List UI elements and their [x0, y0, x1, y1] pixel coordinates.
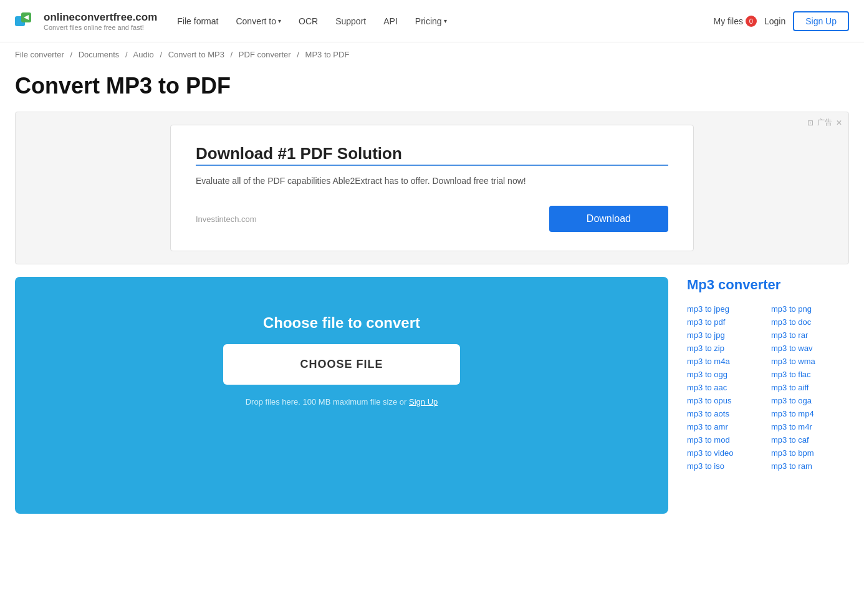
ad-options-icon[interactable]: ⊡	[807, 118, 814, 127]
my-files-label: My files	[713, 16, 742, 26]
page-title: Convert MP3 to PDF	[0, 67, 864, 112]
logo-area: onlineconvertfree.com Convert files onli…	[15, 11, 157, 31]
ad-container: ⊡ 广告 ✕ Download #1 PDF Solution Evaluate…	[15, 112, 849, 264]
breadcrumb-documents[interactable]: Documents	[79, 50, 120, 59]
signup-button[interactable]: Sign Up	[793, 11, 849, 31]
ad-domain: Investintech.com	[196, 214, 257, 224]
ad-close-icon[interactable]: ✕	[836, 118, 842, 127]
sidebar-link[interactable]: mp3 to ram	[771, 461, 849, 471]
ad-close-bar: ⊡ 广告 ✕	[807, 117, 842, 128]
sidebar-link[interactable]: mp3 to jpeg	[687, 304, 765, 314]
sidebar-link[interactable]: mp3 to mod	[687, 435, 765, 445]
sidebar: Mp3 converter mp3 to jpegmp3 to pngmp3 t…	[687, 277, 849, 514]
breadcrumb-mp3-pdf[interactable]: MP3 to PDF	[305, 50, 350, 59]
sidebar-link[interactable]: mp3 to bpm	[771, 448, 849, 458]
my-files-link[interactable]: My files 0	[713, 16, 756, 27]
ad-title: Download #1 PDF Solution	[196, 144, 668, 166]
breadcrumb-sep: /	[70, 50, 72, 59]
breadcrumb: File converter / Documents / Audio / Con…	[0, 42, 864, 67]
breadcrumb-file-converter[interactable]: File converter	[15, 50, 64, 59]
header: onlineconvertfree.com Convert files onli…	[0, 0, 864, 42]
ad-inner: Download #1 PDF Solution Evaluate all of…	[170, 125, 694, 251]
drop-text-content: Drop files here. 100 MB maximum file siz…	[246, 397, 407, 407]
logo-icon	[15, 11, 39, 31]
sidebar-link[interactable]: mp3 to iso	[687, 461, 765, 471]
drop-text: Drop files here. 100 MB maximum file siz…	[246, 397, 438, 407]
logo-title: onlineconvertfree.com	[44, 11, 157, 24]
sidebar-link[interactable]: mp3 to pdf	[687, 317, 765, 327]
sidebar-link[interactable]: mp3 to opus	[687, 396, 765, 405]
login-link[interactable]: Login	[764, 16, 785, 26]
sidebar-link[interactable]: mp3 to doc	[771, 317, 849, 327]
main-content: Choose file to convert CHOOSE FILE Drop …	[0, 277, 864, 539]
breadcrumb-audio[interactable]: Audio	[133, 50, 154, 59]
nav-pricing[interactable]: Pricing ▾	[408, 11, 454, 31]
breadcrumb-convert-mp3[interactable]: Convert to MP3	[168, 50, 224, 59]
sidebar-links: mp3 to jpegmp3 to pngmp3 to pdfmp3 to do…	[687, 304, 849, 471]
sidebar-link[interactable]: mp3 to aac	[687, 383, 765, 392]
signup-link[interactable]: Sign Up	[409, 397, 438, 407]
nav-api[interactable]: API	[376, 11, 405, 31]
main-nav: File format Convert to ▾ OCR Support API…	[170, 11, 701, 31]
sidebar-link[interactable]: mp3 to flac	[771, 370, 849, 379]
sidebar-link[interactable]: mp3 to wav	[771, 344, 849, 353]
sidebar-link[interactable]: mp3 to wma	[771, 357, 849, 366]
sidebar-link[interactable]: mp3 to jpg	[687, 330, 765, 340]
converter-box: Choose file to convert CHOOSE FILE Drop …	[15, 277, 668, 514]
ad-desc: Evaluate all of the PDF capabilities Abl…	[196, 176, 668, 186]
sidebar-link[interactable]: mp3 to rar	[771, 330, 849, 340]
files-badge: 0	[746, 16, 757, 27]
breadcrumb-sep: /	[297, 50, 299, 59]
nav-support[interactable]: Support	[328, 11, 373, 31]
sidebar-link[interactable]: mp3 to aiff	[771, 383, 849, 392]
breadcrumb-sep: /	[125, 50, 128, 59]
sidebar-link[interactable]: mp3 to amr	[687, 422, 765, 431]
sidebar-link[interactable]: mp3 to caf	[771, 435, 849, 445]
chevron-down-icon: ▾	[278, 17, 281, 24]
sidebar-title: Mp3 converter	[687, 277, 849, 293]
sidebar-link[interactable]: mp3 to zip	[687, 344, 765, 353]
sidebar-link[interactable]: mp3 to m4a	[687, 357, 765, 366]
breadcrumb-sep: /	[231, 50, 233, 59]
sidebar-link[interactable]: mp3 to oga	[771, 396, 849, 405]
sidebar-link[interactable]: mp3 to aots	[687, 409, 765, 418]
breadcrumb-sep: /	[160, 50, 162, 59]
nav-file-format[interactable]: File format	[170, 11, 226, 31]
logo-subtitle: Convert files online free and fast!	[44, 24, 157, 31]
sidebar-link[interactable]: mp3 to video	[687, 448, 765, 458]
breadcrumb-pdf-converter[interactable]: PDF converter	[239, 50, 291, 59]
ad-label: 广告	[817, 117, 832, 128]
sidebar-link[interactable]: mp3 to mp4	[771, 409, 849, 418]
chevron-down-icon: ▾	[444, 17, 447, 24]
converter-title: Choose file to convert	[263, 314, 420, 332]
ad-footer: Investintech.com Download	[196, 206, 668, 232]
sidebar-link[interactable]: mp3 to png	[771, 304, 849, 314]
choose-file-button[interactable]: CHOOSE FILE	[223, 344, 460, 385]
ad-download-button[interactable]: Download	[549, 206, 668, 232]
nav-ocr[interactable]: OCR	[291, 11, 325, 31]
header-right: My files 0 Login Sign Up	[713, 11, 849, 31]
nav-convert-to[interactable]: Convert to ▾	[228, 11, 289, 31]
sidebar-link[interactable]: mp3 to ogg	[687, 370, 765, 379]
sidebar-link[interactable]: mp3 to m4r	[771, 422, 849, 431]
